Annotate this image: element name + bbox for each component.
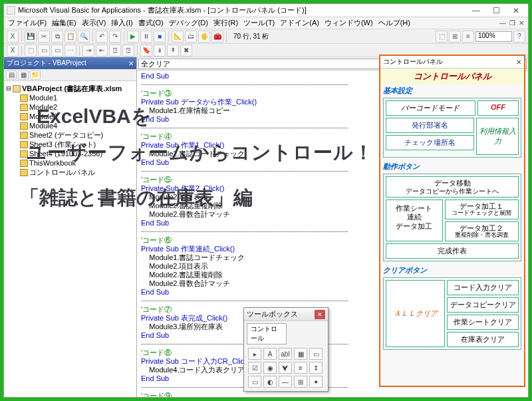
toolbox-control-icon[interactable]: ☑ [248,362,261,374]
toolbox-control-icon[interactable]: ≡ [294,362,307,374]
menu-window[interactable]: ウィンドウ(W) [323,18,374,28]
tool-next-icon[interactable]: ↡ [154,45,166,57]
menu-tools[interactable]: ツール(T) [242,18,276,28]
all-clear-button[interactable]: ＡＬＬクリア [386,280,445,347]
toolbox-control-icon[interactable]: A [263,348,277,360]
menu-file[interactable]: ファイル(F) [7,18,48,28]
mdi-restore-icon[interactable]: ❐ [508,19,517,27]
tool-modul-icon[interactable]: ▭ [38,45,50,57]
tree-item[interactable]: Sheet3 (作業シート) [29,140,96,149]
view-code-icon[interactable]: ▤ [6,70,17,80]
tree-item[interactable]: Module4 [29,121,57,130]
userform-close-icon[interactable]: ✕ [516,59,521,66]
tree-item[interactable]: Sheet2 (データコピー) [29,130,103,140]
window-close-icon[interactable]: ✕ [507,6,525,15]
tree-item[interactable]: Sheet4 (191003-2356) [29,149,102,158]
menu-insert[interactable]: 挿入(I) [110,18,134,28]
tool-excel-icon[interactable]: X [7,31,19,43]
dept-button[interactable]: 発行部署名 [386,118,474,133]
toolbox-control-icon[interactable]: — [279,376,292,388]
clear1-button[interactable]: コード入力クリア [447,280,519,295]
tool-comment-icon[interactable]: ⍰ [109,45,121,57]
tool-help-icon[interactable]: ? [513,31,525,43]
data-move-button[interactable]: データ移動 データコピーから作業シートへ [386,176,519,198]
tool-copy-icon[interactable]: ⧉ [51,31,63,43]
off-button[interactable]: OFF [477,100,519,116]
toolbox-control-icon[interactable]: ▦ [294,348,307,360]
tool-align-icon[interactable]: ≡ [462,31,474,43]
tool-browser-icon[interactable]: 🧰 [211,31,223,43]
zoom-combo[interactable]: 100% [475,31,512,42]
toolbox-close-icon[interactable]: ✕ [315,310,325,319]
tool-more-icon[interactable]: ⋯ [65,45,76,57]
tool-reset-icon[interactable]: ■ [154,31,166,43]
project-tree[interactable]: ⊟VBAProject (書誌在庫表.xlsm Module1 Module2 … [4,81,136,397]
menu-edit[interactable]: 編集(E) [51,18,78,28]
toolbox-control-icon[interactable]: ⮟ [279,362,292,374]
toolbox-tab[interactable]: コントロール [247,323,287,344]
menu-help[interactable]: ヘルプ(H) [377,18,412,28]
toolbox-control-icon[interactable]: ◐ [263,376,277,388]
tool-class-icon[interactable]: ▭ [51,45,63,57]
tree-item[interactable]: Module3 [29,112,57,121]
clear4-button[interactable]: 在庫表クリア [447,332,519,347]
window-max-icon[interactable]: ☐ [487,6,505,15]
menu-addins[interactable]: アドイン(A) [279,18,321,28]
menu-debug[interactable]: デバッグ(D) [168,18,209,28]
tool-outdent-icon[interactable]: ⇤ [96,45,108,57]
mdi-min-icon[interactable]: — [498,19,507,27]
tool-props-icon[interactable]: 🖐 [198,31,210,43]
tool-bookmark-icon[interactable]: 🔖 [140,45,152,57]
tree-item[interactable]: Module1 [29,93,57,102]
tool-indent-icon[interactable]: ⇥ [82,45,94,57]
tool-break-icon[interactable]: ⏸ [140,31,152,43]
toolbox-control-icon[interactable]: ▭ [248,376,261,388]
tree-item[interactable]: Module2 [29,102,57,112]
tool-save-icon[interactable]: 💾 [25,31,37,43]
work-continuous-button[interactable]: 作業シート 連続 データ加工 [386,200,443,241]
process1-button[interactable]: データ加工１ コードチェックと展開 [445,200,519,219]
process2-button[interactable]: データ加工２ 重複削除・書名調査 [445,221,519,241]
menu-run[interactable]: 実行(R) [212,18,239,28]
view-folder-icon[interactable]: 📁 [30,70,41,80]
toolbox-control-icon[interactable]: ▸ [248,348,261,360]
tool-prev-icon[interactable]: ↟ [167,45,179,57]
info-input-button[interactable]: 利用情報入力 [476,118,519,155]
tool-uncomment-icon[interactable]: ⍰ [122,45,134,57]
tool-paste-icon[interactable]: 📋 [65,31,76,43]
tree-item[interactable]: コントロールパネル [29,168,95,177]
tool-bold-icon[interactable]: ⬚ [436,31,448,43]
toolbox-control-icon[interactable]: abl [279,348,292,360]
clear2-button[interactable]: データコピークリア [447,297,519,313]
tree-root[interactable]: VBAProject (書誌在庫表.xlsm [22,84,122,93]
toolbox-control-icon[interactable]: ⇕ [309,362,323,374]
mdi-close-icon[interactable]: ✕ [517,19,525,27]
tool-run-icon[interactable]: ▶ [127,31,139,43]
tool-undo-icon[interactable]: ↶ [96,31,108,43]
menu-view[interactable]: 表示(V) [80,18,108,28]
tool-find-icon[interactable]: 🔍 [78,31,90,43]
complete-button[interactable]: 完成作表 [386,243,519,259]
toolbox-control-icon[interactable]: ◉ [263,362,277,374]
tool-grid-icon[interactable]: ⊞ [449,31,461,43]
view-object-icon[interactable]: ▦ [18,70,29,80]
window-min-icon[interactable]: — [467,6,485,15]
toolbox-control-icon[interactable]: ✦ [309,376,323,388]
toolbox-window[interactable]: ツールボックス ✕ コントロール ▸Aabl▦▭☑◉⮟≡⇕▭◐—⊞✦ [243,307,329,392]
toolbox-control-icon[interactable]: ▭ [309,348,323,360]
toolbox-control-icon[interactable]: ⊞ [294,376,307,388]
check-button[interactable]: チェック場所名 [386,135,474,150]
tool-form-icon[interactable]: ⬚ [25,45,37,57]
tool-excel2-icon[interactable]: X [7,45,19,57]
tool-clearbk-icon[interactable]: ✖ [180,45,192,57]
project-pane-close-icon[interactable]: ✕ [128,60,134,67]
clear3-button[interactable]: 作業シートクリア [447,315,519,330]
barcode-mode-button[interactable]: バーコードモード [386,100,475,116]
menu-format[interactable]: 書式(O) [137,18,165,28]
tool-redo-icon[interactable]: ↷ [109,31,121,43]
tool-design-icon[interactable]: 📐 [172,31,184,43]
tool-project-icon[interactable]: 🗂 [185,31,197,43]
tool-cut-icon[interactable]: ✂ [38,31,50,43]
tree-item[interactable]: ThisWorkbook [29,158,76,168]
window-title: Microsoft Visual Basic for Applications … [18,5,307,15]
